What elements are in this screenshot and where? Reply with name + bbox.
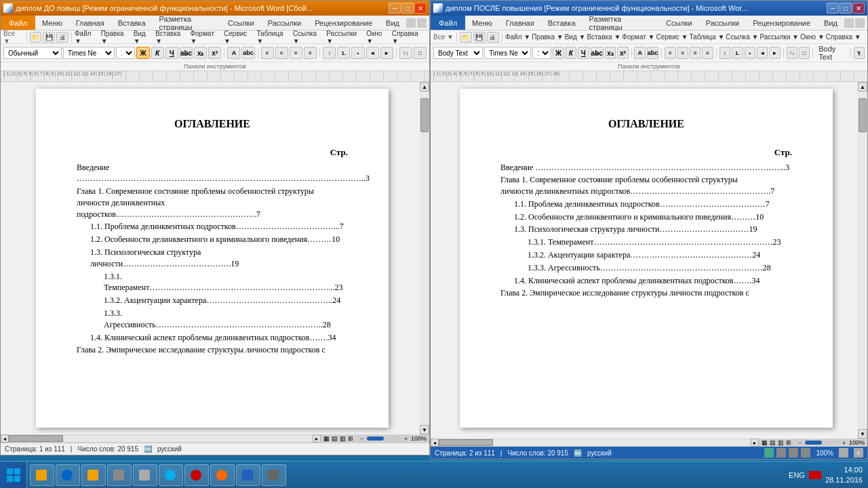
font-select-left[interactable]: Times Ne [63,47,115,59]
scroll-left-left[interactable]: ◄ [1,434,9,443]
bold-btn-right[interactable]: Ж [553,47,564,59]
bullets-btn-left[interactable]: • [351,47,364,59]
save-btn-right[interactable]: 💾 [473,32,486,43]
mail-menu-left[interactable]: Рассылки ▼ [326,30,365,45]
edit-menu-right[interactable]: Правка ▼ [532,33,563,41]
vscrollbar-left[interactable]: ▲ ▼ [420,82,429,434]
service-menu-right[interactable]: Сервис ▼ [656,33,688,41]
links-menu-right[interactable]: Ссылка ▼ [726,33,758,41]
menu-home-right[interactable]: Главная [499,16,541,30]
help-icon-left[interactable] [406,18,416,28]
borders-btn-right[interactable]: □ [799,47,810,59]
scroll-right-left[interactable]: ► [313,434,321,443]
view-mode-icon-right[interactable] [776,448,786,458]
view-menu-right[interactable]: Вид ▼ [565,33,586,41]
doc-scroll-right[interactable]: ОГЛАВЛЕНИЕ Стр. Введение ………………………………………… [431,82,867,434]
minimize-button-left[interactable]: ─ [389,3,401,14]
help-menu-right[interactable]: Справка ▼ [826,33,861,41]
numbering-btn-left[interactable]: 1. [337,47,350,59]
doc-page-left[interactable]: ОГЛАВЛЕНИЕ Стр. Введение ………………………………………… [36,89,389,428]
bold-btn-left[interactable]: Ж [136,47,149,59]
print-btn-left[interactable]: 🖨 [56,32,68,43]
expand-icon-right[interactable]: + [854,448,863,458]
sup-btn-left[interactable]: х² [208,47,221,59]
scroll-down-right[interactable]: ▼ [858,429,867,439]
start-button[interactable] [0,462,27,489]
indent-increase-right[interactable]: ► [769,47,780,59]
taskbar-calc[interactable] [107,464,132,486]
color-btn-left[interactable]: А [227,47,240,59]
highlight-btn-right[interactable]: аbc [647,47,659,59]
maximize-button-left[interactable]: □ [401,3,414,14]
close-button-right[interactable]: ✕ [852,3,865,14]
taskbar-explorer[interactable] [30,464,54,486]
scroll-track-right[interactable] [858,92,867,429]
size-select-left[interactable]: 16 [116,47,135,59]
justify-btn-left[interactable]: ≡ [304,47,317,59]
taskbar-opera[interactable] [184,464,209,486]
taskbar-app5[interactable] [133,464,157,486]
web-view-icon-right[interactable] [789,448,798,458]
table-menu-right[interactable]: Таблица ▼ [689,33,724,41]
align-center-btn-left[interactable]: ≡ [275,47,288,59]
zoom-minus-right[interactable]: － [797,439,803,447]
menu-refs-left[interactable]: Ссылки [221,16,261,30]
insert-menu-left[interactable]: Вставка ▼ [155,30,189,45]
insert-menu-right[interactable]: Вставка ▼ [587,33,620,41]
zoom-plus-left[interactable]: ＋ [403,434,409,443]
align-right-btn-right[interactable]: ≡ [690,47,701,59]
window-menu-left[interactable]: Окно ▼ [366,30,391,45]
menu-refs-right[interactable]: Ссылки [659,16,699,30]
strikethrough-btn-right[interactable]: аbc [591,47,604,59]
minimize-button-right[interactable]: ─ [827,3,839,14]
scroll-up-right[interactable]: ▲ [858,82,867,92]
taskbar-word[interactable] [236,464,260,486]
menu-home-left[interactable]: Главная [69,16,111,30]
numbering-btn-right[interactable]: 1. [732,47,743,59]
hscroll-thumb-right[interactable] [439,439,493,446]
close-button-left[interactable]: ✕ [414,3,427,14]
zoom-minus-left[interactable]: － [359,434,365,443]
doc-page-right[interactable]: ОГЛАВЛЕНИЕ Стр. Введение ………………………………………… [460,89,833,428]
hscroll-track-right[interactable] [439,439,751,446]
align-left-btn-left[interactable]: ≡ [261,47,274,59]
color-btn-right[interactable]: А [634,47,645,59]
taskbar-folder[interactable] [81,464,106,486]
italic-btn-right[interactable]: К [566,47,576,59]
menu-menu-right[interactable]: Меню [465,16,499,30]
justify-btn-right[interactable]: ≡ [702,47,713,59]
menu-review-left[interactable]: Рецензирование [308,16,379,30]
scroll-thumb-right[interactable] [859,98,867,132]
hscrollbar-right[interactable]: ◄ ► ▦ ▤ ▥ ⊞ － ＋ 100% [431,439,867,447]
taskbar-app10[interactable] [262,464,286,486]
scroll-thumb-left[interactable] [420,98,429,132]
hscroll-track-left[interactable] [9,435,313,442]
file-menu-right[interactable]: Файл ▼ [505,33,530,41]
taskbar-ie[interactable] [56,464,80,486]
menu-insert-right[interactable]: Вставка [541,16,583,30]
help-icon-right[interactable] [844,18,854,28]
format-menu-right[interactable]: Формат ▼ [622,33,654,41]
menu-mail-right[interactable]: Рассылки [699,16,746,30]
table-menu-left[interactable]: Таблица ▼ [256,30,291,45]
scroll-down-left[interactable]: ▼ [420,425,429,434]
maximize-button-right[interactable]: □ [840,3,852,14]
menu-menu-left[interactable]: Меню [35,16,69,30]
format-menu-left[interactable]: Формат ▼ [190,30,222,45]
scroll-up-left[interactable]: ▲ [420,82,429,92]
vscrollbar-right[interactable]: ▲ ▼ [858,82,867,439]
menu-file-right[interactable]: Файл [431,16,465,30]
align-right-btn-left[interactable]: ≡ [290,47,302,59]
menu-layout-left[interactable]: Разметка страницы [153,16,221,30]
font-select-right[interactable]: Times Ne [484,47,531,59]
file-menu-left[interactable]: Файл ▼ [75,30,100,45]
ribbon-toggle-left[interactable] [417,18,427,28]
open-btn-right[interactable]: 📁 [460,32,472,43]
italic-btn-left[interactable]: К [151,47,164,59]
size-select-right[interactable]: 14 [532,47,551,59]
style-select-left[interactable]: Обычный [3,47,62,59]
accept-icon-right[interactable] [764,448,774,458]
hscroll-thumb-left[interactable] [9,435,63,442]
ribbon-toggle-right[interactable] [855,18,865,28]
borders-btn-left[interactable]: □ [414,47,427,59]
